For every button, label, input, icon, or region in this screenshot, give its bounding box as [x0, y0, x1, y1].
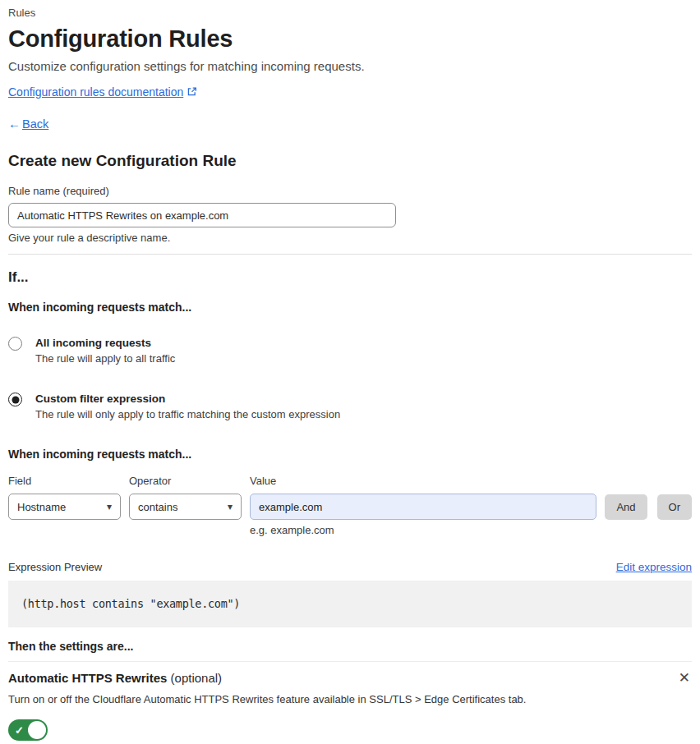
page-subtitle: Customize configuration settings for mat…	[8, 59, 692, 74]
configuration-rules-page: Rules Configuration Rules Customize conf…	[0, 0, 700, 741]
radio-option-description: The rule will only apply to traffic matc…	[35, 408, 692, 421]
chevron-down-icon: ▾	[228, 502, 233, 512]
radio-option-all-incoming-requests[interactable]: All incoming requests The rule will appl…	[8, 336, 692, 365]
settings-divider	[8, 661, 692, 662]
radio-option-label: All incoming requests	[35, 336, 692, 350]
close-icon: ✕	[679, 670, 690, 686]
automatic-https-rewrites-toggle[interactable]: ✓	[8, 719, 48, 741]
check-icon: ✓	[15, 724, 24, 737]
field-label: Field	[8, 475, 129, 487]
documentation-link-label: Configuration rules documentation	[8, 85, 183, 99]
rule-name-help: Give your rule a descriptive name.	[8, 232, 692, 244]
and-button[interactable]: And	[605, 494, 647, 520]
setting-description: Turn on or off the Cloudflare Automatic …	[8, 693, 692, 706]
expression-preview-code: (http.host contains "example.com")	[8, 581, 692, 627]
operator-label: Operator	[129, 475, 250, 487]
or-button[interactable]: Or	[657, 494, 692, 520]
field-select[interactable]: Hostname ▾	[8, 494, 121, 520]
match-type-heading: When incoming requests match...	[8, 301, 692, 315]
radio-option-description: The rule will apply to all traffic	[35, 352, 692, 365]
create-rule-section-title: Create new Configuration Rule	[8, 152, 692, 170]
toggle-knob	[28, 721, 46, 739]
value-help-text: e.g. example.com	[250, 524, 692, 536]
back-link-label: Back	[22, 117, 48, 131]
section-divider	[8, 254, 692, 255]
value-label: Value	[250, 475, 276, 487]
remove-setting-button[interactable]: ✕	[677, 670, 692, 686]
operator-select-value: contains	[138, 501, 177, 513]
page-title: Configuration Rules	[8, 25, 692, 53]
radio-unchecked-icon[interactable]	[8, 337, 22, 351]
value-input[interactable]	[250, 494, 596, 520]
edit-expression-link[interactable]: Edit expression	[616, 561, 692, 574]
expression-preview-label: Expression Preview	[8, 561, 102, 574]
chevron-down-icon: ▾	[107, 502, 112, 512]
external-link-icon	[187, 86, 197, 99]
if-section-title: If...	[8, 269, 692, 286]
radio-option-label: Custom filter expression	[35, 392, 692, 406]
then-section-title: Then the settings are...	[8, 640, 692, 654]
back-link[interactable]: ←Back	[8, 117, 48, 131]
expression-builder-heading: When incoming requests match...	[8, 448, 692, 462]
radio-checked-icon[interactable]	[8, 393, 22, 406]
back-arrow-icon: ←	[8, 117, 21, 131]
rule-name-input[interactable]	[8, 203, 396, 227]
radio-option-custom-filter-expression[interactable]: Custom filter expression The rule will o…	[8, 392, 692, 421]
setting-optional-label: (optional)	[167, 671, 222, 685]
rule-name-label: Rule name (required)	[8, 185, 692, 197]
field-select-value: Hostname	[17, 501, 66, 513]
operator-select[interactable]: contains ▾	[129, 494, 242, 520]
documentation-link[interactable]: Configuration rules documentation	[8, 85, 197, 99]
setting-name: Automatic HTTPS Rewrites	[8, 671, 167, 685]
breadcrumb: Rules	[8, 7, 692, 20]
